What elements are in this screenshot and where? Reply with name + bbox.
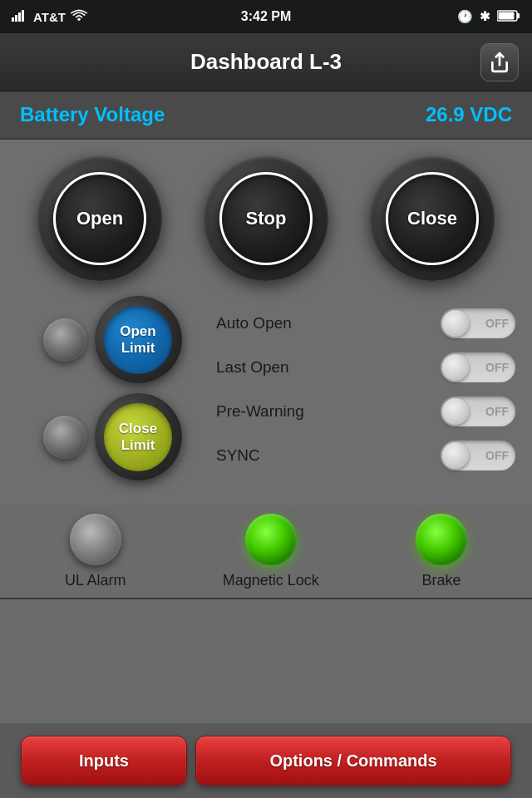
- toggle-state-1: OFF: [485, 361, 509, 374]
- toggle-thumb-1: [442, 354, 469, 381]
- toggle-label-3: SYNC: [216, 446, 260, 465]
- toggle-label-0: Auto Open: [216, 314, 292, 332]
- header: Dashboard L-3: [0, 33, 532, 91]
- toggle-state-3: OFF: [485, 449, 509, 462]
- inputs-button[interactable]: Inputs: [21, 736, 187, 786]
- close-limit-label: CloseLimit: [119, 421, 157, 454]
- main-content: Open Stop Close OpenLimit: [0, 140, 532, 505]
- clock-icon: 🕐: [457, 9, 473, 24]
- battery-label: Battery Voltage: [20, 103, 165, 126]
- footer: Inputs Options / Commands: [0, 723, 532, 798]
- svg-rect-2: [18, 12, 21, 22]
- svg-rect-1: [15, 15, 17, 22]
- close-limit-row: CloseLimit: [43, 393, 182, 480]
- status-right: 🕐 ✱: [457, 9, 520, 24]
- indicators-row: UL Alarm Magnetic Lock Brake: [0, 505, 532, 598]
- toggle-thumb-3: [442, 442, 469, 469]
- toggle-label-1: Last Open: [216, 358, 289, 377]
- svg-rect-6: [517, 13, 520, 18]
- status-bar: AT&T 3:42 PM 🕐 ✱: [0, 0, 532, 33]
- open-button[interactable]: Open: [37, 156, 162, 281]
- wifi-icon: [71, 9, 87, 25]
- inputs-label: Inputs: [79, 751, 129, 771]
- lower-section: OpenLimit CloseLimit Auto Open OFF L: [17, 296, 515, 480]
- toggle-switch-0[interactable]: OFF: [441, 308, 515, 338]
- open-limit-row: OpenLimit: [43, 296, 182, 383]
- toggle-row-1: Last Open OFF: [216, 352, 515, 382]
- toggle-row-0: Auto Open OFF: [216, 308, 515, 338]
- options-label: Options / Commands: [269, 751, 436, 771]
- toggle-state-0: OFF: [485, 317, 509, 330]
- toggle-row-2: Pre-Warning OFF: [216, 397, 515, 426]
- open-limit-indicator: [43, 318, 86, 362]
- indicator-item-0: UL Alarm: [65, 514, 126, 589]
- toggle-state-2: OFF: [485, 405, 509, 418]
- indicator-label-2: Brake: [421, 572, 461, 589]
- toggle-switch-2[interactable]: OFF: [441, 397, 515, 426]
- svg-rect-0: [12, 17, 14, 22]
- indicator-light-0: [70, 514, 121, 565]
- toggles-column: Auto Open OFF Last Open OFF Pre-Warning …: [216, 296, 515, 480]
- bottom-divider: [0, 598, 532, 599]
- status-time: 3:42 PM: [241, 9, 291, 24]
- close-limit-indicator: [43, 416, 86, 459]
- toggle-thumb-0: [442, 310, 469, 337]
- battery-value: 26.9 VDC: [426, 103, 512, 126]
- toggle-row-3: SYNC OFF: [216, 441, 515, 470]
- indicator-item-2: Brake: [416, 514, 467, 589]
- open-limit-label: OpenLimit: [120, 323, 155, 357]
- control-buttons-row: Open Stop Close: [17, 156, 515, 281]
- open-limit-button[interactable]: OpenLimit: [95, 296, 182, 383]
- svg-rect-3: [22, 10, 24, 22]
- indicator-item-1: Magnetic Lock: [223, 514, 319, 589]
- page-title: Dashboard L-3: [190, 49, 342, 75]
- indicator-light-1: [245, 514, 297, 565]
- limits-column: OpenLimit CloseLimit: [17, 296, 208, 480]
- indicator-label-1: Magnetic Lock: [223, 572, 319, 589]
- close-limit-button[interactable]: CloseLimit: [95, 393, 182, 480]
- stop-button[interactable]: Stop: [204, 156, 328, 281]
- share-button[interactable]: [480, 43, 519, 81]
- carrier-name: AT&T: [33, 10, 66, 24]
- toggle-label-2: Pre-Warning: [216, 402, 304, 421]
- battery-voltage-bar: Battery Voltage 26.9 VDC: [0, 91, 532, 140]
- toggle-switch-3[interactable]: OFF: [441, 441, 515, 470]
- indicator-label-0: UL Alarm: [65, 572, 126, 589]
- bluetooth-icon: ✱: [480, 9, 490, 24]
- close-button[interactable]: Close: [370, 156, 495, 281]
- signal-icon: [12, 10, 28, 24]
- status-left: AT&T: [12, 9, 87, 25]
- toggle-switch-1[interactable]: OFF: [441, 352, 515, 382]
- svg-point-4: [77, 17, 80, 20]
- options-commands-button[interactable]: Options / Commands: [195, 736, 511, 786]
- battery-icon: [497, 10, 520, 24]
- toggle-thumb-2: [442, 398, 469, 425]
- svg-rect-7: [499, 12, 515, 19]
- indicator-light-2: [416, 514, 467, 565]
